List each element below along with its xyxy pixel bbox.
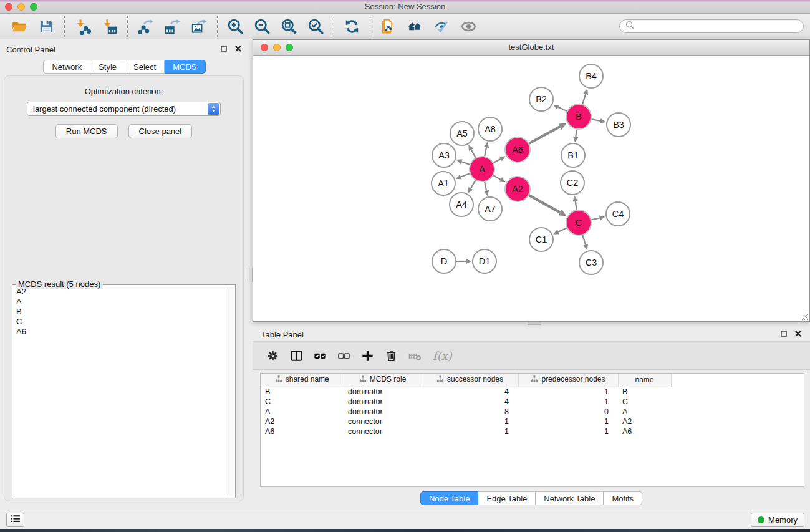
select-columns-button[interactable]: [310, 346, 330, 365]
column-header-shared-name[interactable]: shared name: [261, 374, 344, 387]
control-panel-float-button[interactable]: [219, 45, 228, 54]
zoom-in-button[interactable]: [222, 15, 249, 37]
tab-select[interactable]: Select: [125, 60, 165, 74]
edge-A-A3[interactable]: [461, 162, 470, 165]
edge-arrowhead: [599, 215, 605, 220]
delete-column-button[interactable]: [381, 346, 401, 365]
open-network-file-button[interactable]: [375, 15, 402, 37]
column-header-MCDS-role[interactable]: MCDS role: [344, 374, 422, 387]
zoom-fit-button[interactable]: [276, 15, 302, 37]
edge-C-C3[interactable]: [582, 235, 586, 244]
table-row[interactable]: Bdominator41B: [261, 387, 671, 397]
tab-node-table[interactable]: Node Table: [420, 491, 479, 505]
table-panel-close-button[interactable]: [794, 330, 803, 339]
optimization-criterion-dropdown[interactable]: largest connected component (directed): [27, 102, 221, 116]
result-list-scrollbar[interactable]: [226, 286, 234, 496]
search-input[interactable]: [638, 22, 798, 31]
hide-graphics-button[interactable]: [428, 15, 455, 37]
shared-column-icon: [359, 375, 367, 383]
function-builder-button[interactable]: f(x): [433, 349, 452, 362]
table-row[interactable]: Adominator80A: [261, 407, 671, 417]
task-history-button[interactable]: [6, 513, 24, 527]
tab-network-table[interactable]: Network Table: [536, 491, 604, 505]
zoom-window-button[interactable]: [30, 3, 37, 11]
edge-A6-B[interactable]: [529, 127, 560, 143]
zoom-selected-button[interactable]: [302, 15, 329, 37]
table-settings-button[interactable]: [263, 346, 282, 365]
home-button[interactable]: [402, 15, 428, 37]
result-item[interactable]: B: [14, 307, 224, 317]
toolbar-separator: [370, 16, 370, 37]
edge-A-A6[interactable]: [493, 159, 500, 163]
delete-table-button[interactable]: [405, 346, 425, 365]
network-window-titlebar: testGlobe.txt: [253, 40, 809, 56]
column-header-successor-nodes[interactable]: successor nodes: [422, 374, 518, 387]
edge-C-C4[interactable]: [591, 218, 599, 220]
resize-grip-icon[interactable]: [800, 312, 809, 321]
import-network-button[interactable]: [69, 15, 96, 37]
import-table-button[interactable]: [96, 15, 123, 37]
tab-motifs[interactable]: Motifs: [604, 491, 642, 505]
status-bar: Memory: [0, 510, 810, 529]
traffic-lights: [5, 3, 37, 11]
node-label-C4: C4: [612, 209, 624, 219]
result-item[interactable]: A6: [14, 327, 224, 337]
tab-mcds[interactable]: MCDS: [165, 60, 205, 74]
zoom-out-button[interactable]: [249, 15, 276, 37]
unselect-columns-button[interactable]: [334, 346, 354, 365]
edge-C-C1[interactable]: [558, 228, 566, 232]
open-session-button[interactable]: [6, 15, 33, 37]
dropdown-stepper-icon: [208, 103, 219, 115]
table-cell: 1: [518, 397, 618, 407]
table-row[interactable]: Cdominator41C: [261, 397, 671, 407]
edge-A-A2[interactable]: [493, 175, 501, 180]
edge-A-A1[interactable]: [461, 173, 470, 177]
tab-network[interactable]: Network: [43, 60, 90, 74]
edge-A2-C[interactable]: [529, 195, 560, 212]
network-canvas[interactable]: B4B2BB3A5A8A6A3B1AA1C2A2A4A7CC4C1C3DD1: [253, 56, 809, 321]
network-zoom-button[interactable]: [286, 44, 293, 51]
edge-A-A8[interactable]: [485, 147, 486, 156]
column-header-predecessor-nodes[interactable]: predecessor nodes: [518, 374, 618, 387]
edge-A-A7[interactable]: [485, 182, 486, 191]
node-label-B2: B2: [536, 94, 547, 104]
edge-B-B4[interactable]: [582, 94, 586, 104]
network-minimize-button[interactable]: [273, 44, 281, 51]
split-columns-button[interactable]: [286, 346, 306, 365]
search-box[interactable]: [619, 19, 804, 33]
export-table-button[interactable]: [159, 15, 186, 37]
network-close-button[interactable]: [261, 44, 268, 51]
edge-B-B1[interactable]: [576, 130, 577, 137]
control-panel-close-button[interactable]: [234, 45, 243, 54]
result-item[interactable]: C: [14, 317, 224, 327]
delete-table-icon: [408, 349, 422, 363]
tab-style[interactable]: Style: [90, 60, 125, 74]
save-session-button[interactable]: [33, 15, 60, 37]
memory-button[interactable]: Memory: [751, 513, 804, 527]
refresh-button[interactable]: [339, 15, 365, 37]
table-panel-float-button[interactable]: [779, 330, 788, 339]
edge-B-B2[interactable]: [558, 107, 567, 111]
table-row[interactable]: A6connector11A6: [261, 427, 671, 437]
network-view-window: testGlobe.txt B4B2BB3A5A8A6A3B1AA1C2A2A4…: [253, 39, 810, 322]
export-image-button[interactable]: [186, 15, 213, 37]
table-cell: 1: [518, 387, 618, 397]
minimize-window-button[interactable]: [17, 3, 25, 11]
column-header-name[interactable]: name: [618, 374, 671, 387]
show-graphics-button[interactable]: [455, 15, 482, 37]
close-window-button[interactable]: [5, 3, 12, 11]
export-network-button[interactable]: [132, 15, 159, 37]
table-row[interactable]: A2connector11A2: [261, 417, 671, 427]
edge-A-A4[interactable]: [471, 180, 475, 188]
export-network-icon: [137, 18, 154, 35]
tab-edge-table[interactable]: Edge Table: [478, 491, 536, 505]
edge-C-C2[interactable]: [576, 201, 577, 210]
close-panel-button[interactable]: Close panel: [128, 124, 193, 138]
application-window: Session: New Session Control Panel Netwo…: [0, 0, 810, 532]
add-column-button[interactable]: [357, 346, 377, 365]
result-item[interactable]: A: [14, 297, 224, 307]
edge-B-B3[interactable]: [592, 119, 600, 121]
run-mcds-button[interactable]: Run MCDS: [55, 124, 118, 138]
edge-A-A5[interactable]: [471, 150, 476, 158]
result-item[interactable]: A2: [14, 287, 224, 297]
